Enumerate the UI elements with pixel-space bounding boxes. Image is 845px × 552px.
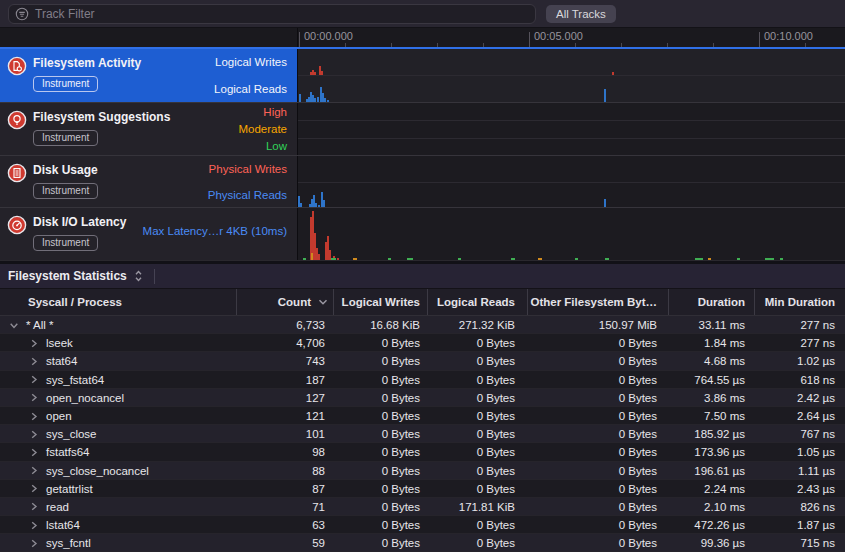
track-row-disk-usage[interactable]: Disk UsageInstrumentPhysical WritesPhysi…: [0, 155, 845, 207]
syscall-name: fstatfs64: [46, 446, 89, 458]
cell-count: 59: [236, 537, 333, 549]
ruler-tick: [345, 43, 346, 47]
cell-count: 71: [236, 501, 333, 513]
timeline-lane: [298, 49, 845, 75]
lane-label: Max Latency…r 4KB (10ms): [143, 208, 297, 253]
track-row-filesystem-suggestions[interactable]: Filesystem SuggestionsInstrumentHighMode…: [0, 102, 845, 155]
cell-logical-reads: 171.81 KiB: [427, 501, 527, 513]
disk-usage-icon: [7, 163, 27, 187]
track-timeline-disk-io-latency[interactable]: [298, 208, 845, 260]
table-row[interactable]: lseek4,7060 Bytes0 Bytes0 Bytes1.84 ms27…: [0, 334, 845, 352]
cell-syscall-process: sys_fcntl: [0, 537, 236, 549]
cell-duration: 196.61 µs: [668, 465, 754, 477]
cell-other-filesystem-bytes: 0 Bytes: [527, 446, 668, 458]
statistics-pane-title[interactable]: Filesystem Statistics: [8, 269, 127, 283]
cell-syscall-process: sys_fstat64: [0, 374, 236, 386]
cell-logical-reads: 0 Bytes: [427, 446, 527, 458]
cell-logical-reads: 271.32 KiB: [427, 319, 527, 331]
column-header-min-duration[interactable]: Min Duration: [754, 289, 845, 315]
disclosure-chevron-right-icon[interactable]: [30, 430, 38, 439]
table-row[interactable]: open1210 Bytes0 Bytes0 Bytes7.50 ms2.64 …: [0, 407, 845, 425]
table-row[interactable]: fstatfs64980 Bytes0 Bytes0 Bytes173.96 µ…: [0, 443, 845, 461]
track-panel-filesystem-suggestions[interactable]: Filesystem SuggestionsInstrumentHighMode…: [0, 103, 298, 155]
ruler-tick: [483, 43, 484, 47]
cell-other-filesystem-bytes: 0 Bytes: [527, 337, 668, 349]
cell-duration: 2.10 ms: [668, 501, 754, 513]
track-panel-disk-usage[interactable]: Disk UsageInstrumentPhysical WritesPhysi…: [0, 156, 298, 207]
disclosure-chevron-right-icon[interactable]: [30, 539, 38, 548]
lightbulb-icon: [7, 110, 27, 134]
cell-other-filesystem-bytes: 0 Bytes: [527, 465, 668, 477]
cell-duration: 472.26 µs: [668, 519, 754, 531]
track-timeline-filesystem-suggestions[interactable]: [298, 103, 845, 155]
table-row[interactable]: sys_close_nocancel880 Bytes0 Bytes0 Byte…: [0, 462, 845, 480]
column-header-count[interactable]: Count: [236, 289, 333, 315]
disclosure-chevron-right-icon[interactable]: [30, 521, 38, 530]
cell-duration: 173.96 µs: [668, 446, 754, 458]
cell-min-duration: 277 ns: [754, 337, 845, 349]
cell-min-duration: 1.05 µs: [754, 446, 845, 458]
table-row[interactable]: sys_fstat641870 Bytes0 Bytes0 Bytes764.5…: [0, 371, 845, 389]
disclosure-chevron-right-icon[interactable]: [30, 412, 38, 421]
filesystem-activity-icon: [7, 56, 27, 80]
cell-syscall-process: * All *: [0, 319, 236, 331]
cell-other-filesystem-bytes: 0 Bytes: [527, 355, 668, 367]
table-row[interactable]: * All *6,73316.68 KiB271.32 KiB150.97 Mi…: [0, 316, 845, 334]
cell-count: 63: [236, 519, 333, 531]
disclosure-chevron-right-icon[interactable]: [30, 375, 38, 384]
syscall-name: lstat64: [46, 519, 80, 531]
table-row[interactable]: read710 Bytes171.81 KiB0 Bytes2.10 ms826…: [0, 498, 845, 516]
cell-other-filesystem-bytes: 150.97 MiB: [527, 319, 668, 331]
column-header-syscall-process[interactable]: Syscall / Process: [0, 289, 236, 315]
disclosure-chevron-right-icon[interactable]: [30, 466, 38, 475]
lane-labels: Max Latency…r 4KB (10ms): [143, 208, 297, 253]
cell-other-filesystem-bytes: 0 Bytes: [527, 501, 668, 513]
disclosure-chevron-right-icon[interactable]: [30, 502, 38, 511]
track-row-filesystem-activity[interactable]: Filesystem ActivityInstrumentLogical Wri…: [0, 49, 845, 102]
cell-syscall-process: sys_close_nocancel: [0, 465, 236, 477]
table-row[interactable]: stat647430 Bytes0 Bytes0 Bytes4.68 ms1.0…: [0, 352, 845, 370]
track-filter-input[interactable]: Track Filter: [8, 4, 536, 24]
disclosure-chevron-right-icon[interactable]: [30, 448, 38, 457]
column-header-other-filesystem-byt[interactable]: Other Filesystem Byt…: [527, 289, 668, 315]
lane-label: Moderate: [238, 120, 297, 137]
track-timeline-filesystem-activity[interactable]: [298, 49, 845, 102]
table-row[interactable]: sys_close1010 Bytes0 Bytes0 Bytes185.92 …: [0, 425, 845, 443]
disclosure-chevron-right-icon[interactable]: [30, 393, 38, 402]
ruler-time-label: 00:05.000: [534, 30, 583, 42]
disclosure-chevron-down-icon[interactable]: [10, 321, 18, 330]
disclosure-chevron-right-icon[interactable]: [30, 484, 38, 493]
cell-logical-writes: 0 Bytes: [333, 392, 427, 404]
cell-min-duration: 2.43 µs: [754, 483, 845, 495]
activity-spike: [323, 200, 325, 207]
timeline-lane: [298, 208, 845, 260]
ruler-tick: [575, 43, 576, 47]
lane-labels: Physical WritesPhysical Reads: [208, 156, 297, 208]
column-header-label: Min Duration: [765, 296, 835, 308]
cell-min-duration: 826 ns: [754, 501, 845, 513]
track-timeline-disk-usage[interactable]: [298, 156, 845, 207]
column-header-logical-reads[interactable]: Logical Reads: [427, 289, 527, 315]
timeline-ruler[interactable]: 00:00.00000:05.00000:10.000: [298, 28, 845, 47]
table-row[interactable]: getattrlist870 Bytes0 Bytes0 Bytes2.24 m…: [0, 480, 845, 498]
cell-logical-writes: 0 Bytes: [333, 446, 427, 458]
cell-duration: 7.50 ms: [668, 410, 754, 422]
disclosure-chevron-right-icon[interactable]: [30, 339, 38, 348]
cell-logical-reads: 0 Bytes: [427, 428, 527, 440]
track-row-disk-io-latency[interactable]: Disk I/O LatencyInstrumentMax Latency…r …: [0, 207, 845, 260]
column-header-duration[interactable]: Duration: [668, 289, 754, 315]
all-tracks-button[interactable]: All Tracks: [546, 5, 616, 23]
cell-duration: 764.55 µs: [668, 374, 754, 386]
table-row[interactable]: sys_fcntl590 Bytes0 Bytes0 Bytes99.36 µs…: [0, 534, 845, 552]
cell-duration: 1.84 ms: [668, 337, 754, 349]
cell-min-duration: 1.87 µs: [754, 519, 845, 531]
cell-logical-reads: 0 Bytes: [427, 537, 527, 549]
cell-syscall-process: lstat64: [0, 519, 236, 531]
disclosure-chevron-right-icon[interactable]: [30, 357, 38, 366]
track-panel-disk-io-latency[interactable]: Disk I/O LatencyInstrumentMax Latency…r …: [0, 208, 298, 260]
track-panel-filesystem-activity[interactable]: Filesystem ActivityInstrumentLogical Wri…: [0, 49, 298, 102]
pane-selector-chevrons-icon[interactable]: [134, 269, 143, 283]
column-header-logical-writes[interactable]: Logical Writes: [333, 289, 427, 315]
table-row[interactable]: open_nocancel1270 Bytes0 Bytes0 Bytes3.8…: [0, 389, 845, 407]
table-row[interactable]: lstat64630 Bytes0 Bytes0 Bytes472.26 µs1…: [0, 516, 845, 534]
